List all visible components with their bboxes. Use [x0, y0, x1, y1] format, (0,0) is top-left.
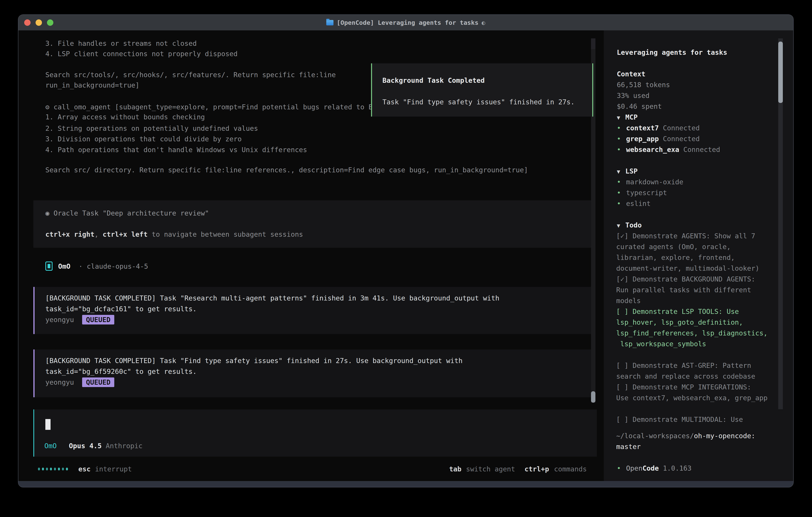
notification-body: Task "Find type safety issues" finished …	[382, 97, 575, 107]
todo-section-header[interactable]: ▼Todo	[617, 220, 642, 230]
background-task-message: [BACKGROUND TASK COMPLETED] Task "Find t…	[33, 350, 593, 397]
tab-key-hint: tab	[449, 465, 461, 473]
chevron-down-icon: ▼	[617, 168, 620, 175]
status-dot-icon: •	[617, 135, 621, 143]
context-tokens: 66,518 tokens	[617, 79, 670, 90]
ctrlp-key-label: commands	[554, 465, 587, 473]
oracle-task-panel: ◉ Oracle Task "Deep architecture review"…	[33, 200, 593, 248]
message-line: [BACKGROUND TASK COMPLETED] Task "Resear…	[46, 293, 499, 303]
status-badge: QUEUED	[82, 315, 114, 324]
todo-item: Run parallel tasks with different	[616, 284, 767, 295]
todo-item: document-writer, multimodal-looker)	[616, 263, 767, 274]
message-line: task_id="bg_6f59260c" to get results.	[46, 366, 197, 377]
session-sidebar: Leveraging agents for tasks Context 66,5…	[604, 30, 793, 481]
tab-key-label: switch agent	[466, 465, 515, 473]
status-dot-icon: •	[617, 145, 621, 154]
todo-item: lsp_find_references, lsp_diagnostics,	[616, 328, 767, 338]
hint-key: ctrl+x left	[103, 230, 148, 238]
text-cursor	[46, 419, 51, 430]
half-circle-icon: ◐	[482, 19, 485, 26]
todo-item: [ ] Demonstrate MULTIMODAL: Use	[616, 414, 767, 425]
chevron-down-icon: ▼	[617, 114, 620, 121]
workspace-path: ~/local-workspaces/oh-my-opencode:	[616, 430, 755, 441]
todo-spacer	[616, 403, 767, 414]
spinner-dot	[66, 468, 68, 470]
prompt-input[interactable]: OmO Opus 4.5 Anthropic	[33, 409, 597, 457]
chat-scrollbar-thumb[interactable]	[591, 391, 596, 403]
background-task-notification: Background Task Completed Task "Find typ…	[371, 63, 593, 116]
tool-call-item: 1. Array access without bounds checking	[46, 112, 205, 123]
minimize-button[interactable]	[35, 19, 42, 26]
zoom-button[interactable]	[47, 19, 53, 26]
lsp-section-header[interactable]: ▼LSP	[617, 166, 638, 176]
status-badge: QUEUED	[82, 377, 114, 387]
todo-item: curated agents (OmO, oracle,	[616, 241, 767, 252]
status-dot-icon: •	[617, 464, 621, 472]
todo-item: Use context7, websearch_exa, grep_app	[616, 392, 767, 403]
todo-item: lsp_hover, lsp_goto_definition,	[616, 317, 767, 328]
todo-item: search and replace across codebase	[616, 371, 767, 382]
chevron-down-icon: ▼	[617, 222, 620, 229]
scrollback-line: 3. File handles or streams not closed	[46, 38, 197, 49]
titlebar[interactable]: [OpenCode] Leveraging agents for tasks ◐	[19, 15, 793, 31]
window-title: [OpenCode] Leveraging agents for tasks	[337, 19, 478, 26]
folder-icon	[326, 20, 334, 25]
sidebar-scrollbar-thumb[interactable]	[778, 42, 783, 103]
gear-icon: ⚙	[46, 103, 49, 111]
scrollback-line: Search src/tools/, src/hooks/, src/featu…	[46, 70, 336, 80]
oracle-hint: ctrl+x right, ctrl+x left to navigate be…	[46, 229, 303, 240]
todo-item: [✓] Demonstrate BACKGROUND AGENTS:	[616, 274, 767, 284]
fisheye-icon: ◉	[46, 209, 49, 217]
agent-header: OmO · claude-opus-4-5	[58, 261, 148, 272]
lsp-item: •typescript	[617, 187, 667, 198]
todo-item: librarian, explore, frontend,	[616, 252, 767, 263]
spinner-dot	[50, 468, 52, 470]
scrollback-line: run_in_background=true]	[46, 80, 140, 90]
tool-call-footer: Search src/ directory. Return specific f…	[46, 165, 528, 175]
tool-call-item: 3. Division operations that could divide…	[46, 134, 242, 144]
spinner-dot	[62, 468, 64, 470]
status-dot-icon: •	[617, 199, 621, 208]
background-task-message: [BACKGROUND TASK COMPLETED] Task "Resear…	[33, 287, 593, 334]
todo-item: [✓] Demonstrate AGENTS: Show all 7	[616, 230, 767, 241]
chat-scrollback[interactable]: 3. File handles or streams not closed 4.…	[19, 30, 604, 481]
lsp-item: •eslint	[617, 198, 650, 209]
agent-avatar-icon	[46, 262, 53, 271]
message-line: [BACKGROUND TASK COMPLETED] Task "Find t…	[46, 355, 463, 366]
tool-call-item: 4. Path operations that don't handle Win…	[46, 144, 307, 155]
context-used: 33% used	[617, 90, 649, 101]
lsp-item: •markdown-oxide	[617, 176, 683, 187]
mcp-item: •context7 Connected	[617, 123, 700, 133]
todo-item: models	[616, 295, 767, 306]
ctrlp-key-hint: ctrl+p	[524, 465, 549, 473]
context-spent: $0.46 spent	[617, 101, 662, 112]
workspace-branch: master	[616, 441, 641, 452]
input-model: Opus 4.5	[69, 442, 102, 450]
mcp-item: •websearch_exa Connected	[617, 144, 720, 155]
todo-item: [ ] Demonstrate AST-GREP: Pattern	[616, 360, 767, 371]
input-agent-name: OmO	[45, 442, 57, 450]
separator-dot: ·	[79, 262, 83, 270]
terminal-window: [OpenCode] Leveraging agents for tasks ◐…	[18, 15, 793, 487]
input-provider: Anthropic	[106, 442, 142, 450]
status-dot-icon: •	[617, 178, 621, 186]
notification-title: Background Task Completed	[382, 75, 485, 86]
spinner-dot	[58, 468, 60, 470]
context-header: Context	[617, 69, 645, 79]
close-button[interactable]	[24, 19, 31, 26]
scrollback-line: 4. LSP client connections not properly d…	[46, 48, 238, 59]
desktop: [OpenCode] Leveraging agents for tasks ◐…	[0, 0, 812, 517]
todo-item: lsp_workspace_symbols	[616, 338, 767, 349]
todo-item: [ ] Demonstrate MCP INTEGRATIONS:	[616, 382, 767, 392]
message-meta: yeongyu QUEUED	[46, 314, 114, 325]
author-name: yeongyu	[46, 378, 74, 386]
mcp-section-header[interactable]: ▼MCP	[617, 112, 638, 123]
sidebar-scrollbar[interactable]	[778, 38, 783, 409]
spinner-dot	[42, 468, 44, 470]
todo-list: [✓] Demonstrate AGENTS: Show all 7 curat…	[616, 230, 767, 425]
chat-scrollbar-top	[591, 38, 596, 49]
message-line: task_id="bg_dcfac161" to get results.	[46, 303, 197, 314]
statusbar-right: tab switch agent ctrl+p commands	[449, 464, 587, 474]
tool-call-item: 2. String operations on potentially unde…	[46, 123, 258, 134]
mcp-item: •grep_app Connected	[617, 133, 700, 144]
